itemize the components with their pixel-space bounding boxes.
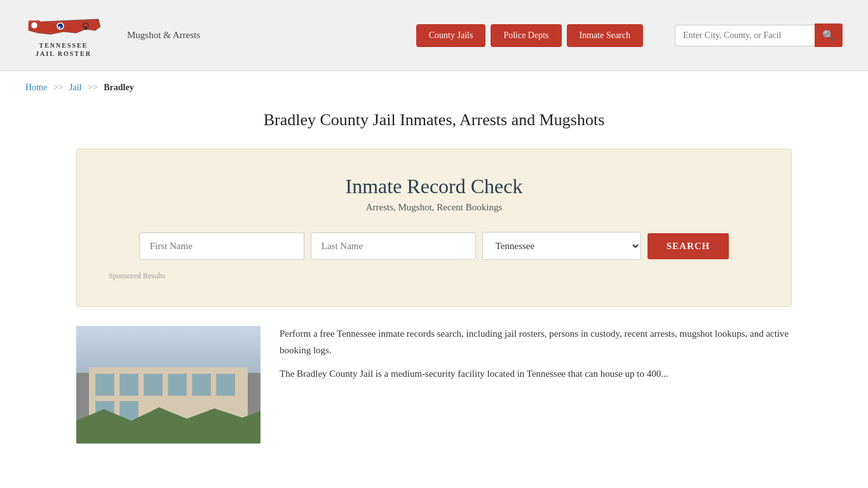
site-logo[interactable]: ★ TENNESSEE JAIL ROSTER	[25, 13, 102, 58]
content-paragraph-2: The Bradley County Jail is a medium-secu…	[280, 366, 792, 383]
record-check-box: Inmate Record Check Arrests, Mugshot, Re…	[76, 149, 792, 307]
first-name-input[interactable]	[139, 233, 304, 260]
breadcrumb: Home >> Jail >> Bradley	[0, 71, 868, 104]
record-check-form: Tennessee Alabama Alaska Arizona Arkansa…	[109, 232, 759, 260]
logo-text: TENNESSEE JAIL ROSTER	[36, 41, 92, 58]
header: ★ TENNESSEE JAIL ROSTER Mugshot & Arrest…	[0, 0, 868, 71]
inmate-search-button[interactable]: Inmate Search	[567, 24, 643, 47]
sponsored-label: Sponsored Results	[109, 271, 759, 281]
page-title-area: Bradley County Jail Inmates, Arrests and…	[0, 104, 868, 149]
breadcrumb-sep-1: >>	[53, 83, 64, 92]
county-jails-button[interactable]: County Jails	[416, 24, 486, 47]
record-check-title: Inmate Record Check	[109, 175, 759, 198]
svg-rect-6	[85, 27, 87, 30]
breadcrumb-sep-2: >>	[88, 83, 98, 92]
facility-image	[76, 326, 261, 444]
record-search-button[interactable]: SEARCH	[648, 233, 729, 259]
search-icon: 🔍	[822, 30, 835, 41]
content-section: Perform a free Tennessee inmate records …	[76, 326, 792, 463]
state-select[interactable]: Tennessee Alabama Alaska Arizona Arkansa…	[482, 232, 641, 260]
content-text: Perform a free Tennessee inmate records …	[280, 326, 792, 444]
tennessee-state-icon: ★	[25, 13, 102, 41]
content-paragraph-1: Perform a free Tennessee inmate records …	[280, 326, 792, 358]
page-title: Bradley County Jail Inmates, Arrests and…	[25, 111, 843, 130]
svg-text:★: ★	[58, 25, 61, 29]
breadcrumb-jail[interactable]: Jail	[69, 83, 81, 92]
last-name-input[interactable]	[311, 233, 476, 260]
header-search-button[interactable]: 🔍	[815, 24, 843, 47]
nav-buttons: County Jails Police Depts Inmate Search	[416, 24, 643, 47]
svg-point-4	[31, 22, 37, 29]
breadcrumb-home[interactable]: Home	[25, 83, 47, 92]
police-depts-button[interactable]: Police Depts	[491, 24, 561, 47]
header-search-area: 🔍	[675, 24, 843, 47]
nav-mugshot-arrests[interactable]: Mugshot & Arrests	[127, 30, 200, 41]
record-check-subtitle: Arrests, Mugshot, Recent Bookings	[109, 202, 759, 213]
header-search-input[interactable]	[675, 25, 815, 46]
breadcrumb-current: Bradley	[104, 83, 133, 92]
